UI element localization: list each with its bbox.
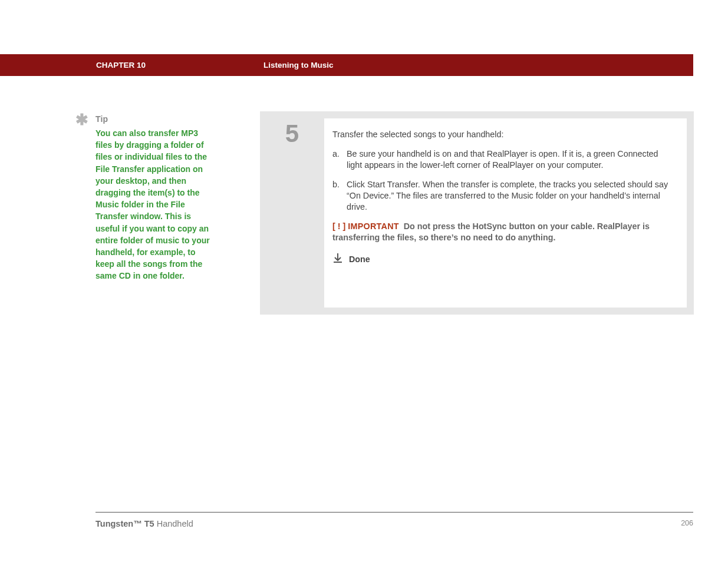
page-footer: Tungsten™ T5 Handheld 206: [95, 512, 693, 528]
tip-text-after: . This is useful if you want to copy an …: [95, 211, 210, 280]
step-body: Be sure your handheld is on and that Rea…: [347, 148, 678, 171]
step-box: 5 Transfer the selected songs to your ha…: [260, 111, 694, 315]
tip-label: Tip: [95, 114, 212, 124]
chapter-title: Listening to Music: [263, 61, 334, 70]
footer-product-rest: Handheld: [154, 519, 193, 528]
done-arrow-icon: [332, 253, 343, 266]
step-body: Click Start Transfer. When the transfer …: [347, 179, 678, 213]
step-list: a. Be sure your handheld is on and that …: [332, 148, 678, 213]
tip-sidebar: ✱ Tip You can also transfer MP3 files by…: [77, 114, 212, 282]
important-label: IMPORTANT: [348, 222, 399, 231]
step-item-b: b. Click Start Transfer. When the transf…: [332, 179, 678, 213]
important-callout: [ ! ] IMPORTANT Do not press the HotSync…: [332, 221, 678, 243]
step-marker: b.: [332, 179, 347, 213]
step-content: Transfer the selected songs to your hand…: [324, 118, 687, 308]
step-item-a: a. Be sure your handheld is on and that …: [332, 148, 678, 171]
step-marker: a.: [332, 148, 347, 171]
tip-text: You can also transfer MP3 files by dragg…: [95, 127, 212, 282]
done-label: Done: [349, 254, 370, 265]
chapter-label: CHAPTER 10: [96, 61, 146, 70]
chapter-header: CHAPTER 10 Listening to Music: [0, 54, 693, 76]
footer-product-name: Tungsten™ T5: [95, 519, 154, 528]
step-number: 5: [260, 111, 324, 315]
asterisk-icon: ✱: [75, 111, 88, 129]
tip-text-before: You can also transfer MP3 files by dragg…: [95, 128, 207, 209]
footer-page-number: 206: [681, 519, 693, 528]
step-intro: Transfer the selected songs to your hand…: [332, 129, 678, 140]
done-row: Done: [332, 253, 678, 266]
important-prefix: [ ! ]: [332, 222, 345, 231]
footer-product: Tungsten™ T5 Handheld: [95, 519, 193, 528]
